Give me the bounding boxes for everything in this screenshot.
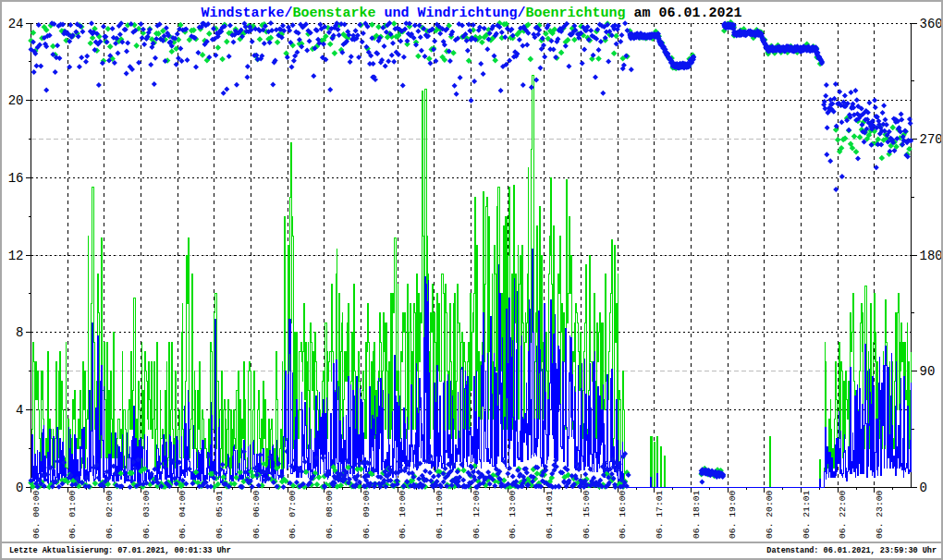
svg-text:06. 12:00: 06. 12:00	[472, 490, 482, 539]
svg-text:06. 21:01: 06. 21:01	[802, 490, 812, 539]
svg-text:0: 0	[16, 481, 23, 495]
axes	[26, 23, 917, 493]
svg-text:06. 05:01: 06. 05:01	[214, 490, 225, 539]
status-bar: Letzte Aktualisierung: 07.01.2021, 00:01…	[2, 542, 941, 558]
svg-text:8: 8	[16, 325, 23, 340]
svg-text:0: 0	[920, 481, 927, 495]
left-axis-labels: 04812162024	[8, 17, 24, 495]
svg-text:270: 270	[920, 132, 942, 147]
svg-text:06. 08:00: 06. 08:00	[325, 490, 335, 539]
svg-text:06. 11:00: 06. 11:00	[435, 490, 445, 539]
svg-text:90: 90	[920, 364, 936, 379]
grid	[31, 23, 912, 487]
svg-text:360: 360	[920, 17, 942, 31]
svg-text:06. 19:00: 06. 19:00	[728, 490, 738, 539]
svg-text:06. 14:01: 06. 14:01	[545, 490, 555, 539]
svg-text:06. 09:00: 06. 09:00	[361, 490, 372, 539]
svg-text:06. 02:00: 06. 02:00	[104, 490, 115, 539]
svg-text:06. 23:00: 06. 23:00	[875, 490, 885, 539]
svg-text:06. 06:00: 06. 06:00	[251, 490, 262, 539]
svg-text:12: 12	[8, 249, 24, 263]
svg-text:06. 10:00: 06. 10:00	[398, 490, 408, 539]
wind-chart-plot: 0481216202409018027036006. 00:0006. 01:0…	[2, 2, 941, 542]
svg-text:06. 01:00: 06. 01:00	[67, 490, 78, 539]
svg-text:20: 20	[8, 93, 24, 108]
svg-text:180: 180	[920, 249, 942, 263]
svg-text:06. 20:00: 06. 20:00	[765, 490, 775, 539]
svg-text:16: 16	[8, 171, 24, 186]
svg-text:06. 13:00: 06. 13:00	[508, 490, 518, 539]
svg-text:06. 04:00: 06. 04:00	[178, 490, 188, 539]
svg-text:06. 22:00: 06. 22:00	[838, 490, 848, 539]
svg-text:06. 18:01: 06. 18:01	[692, 490, 702, 539]
svg-text:06. 16:00: 06. 16:00	[618, 490, 628, 539]
svg-text:24: 24	[8, 17, 24, 31]
data-timestamp-text: Datenstand: 06.01.2021, 23:59:30 Uhr	[766, 546, 937, 555]
x-axis-labels: 06. 00:0006. 01:0006. 02:0006. 03:0006. …	[31, 490, 885, 539]
svg-text:06. 15:00: 06. 15:00	[582, 490, 592, 539]
chart-window: Windstarke/Boenstarke und Windrichtung/B…	[0, 0, 943, 560]
svg-text:06. 03:00: 06. 03:00	[141, 490, 152, 539]
svg-text:06. 07:00: 06. 07:00	[288, 490, 298, 539]
right-axis-labels: 090180270360	[920, 17, 942, 495]
svg-text:06. 00:00: 06. 00:00	[31, 490, 42, 539]
svg-text:06. 17:01: 06. 17:01	[655, 490, 665, 539]
svg-text:4: 4	[16, 403, 23, 418]
last-update-text: Letzte Aktualisierung: 07.01.2021, 00:01…	[9, 546, 231, 555]
